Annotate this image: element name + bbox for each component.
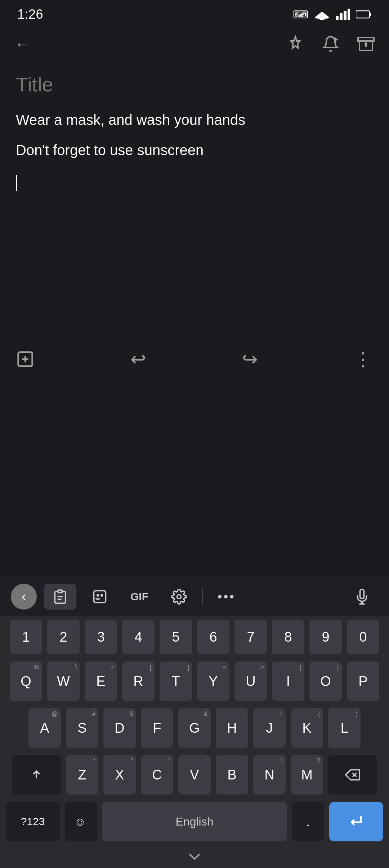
note-line-1: Wear a mask, and wash your hands bbox=[16, 109, 373, 131]
battery-icon bbox=[356, 9, 372, 19]
key-7[interactable]: 7 bbox=[234, 620, 267, 654]
key-a[interactable]: @A bbox=[28, 708, 61, 748]
key-4[interactable]: 4 bbox=[122, 620, 155, 654]
zxcv-row: *Z "X 'C :V B !N ?M bbox=[0, 751, 389, 798]
key-m[interactable]: ?M bbox=[291, 755, 323, 795]
space-key[interactable]: English bbox=[102, 802, 287, 841]
status-bar: 1:26 ⌨ bbox=[0, 0, 389, 26]
svg-point-23 bbox=[101, 595, 103, 596]
qwerty-row: %Q \W =E [R ]T <Y >U {I }O P bbox=[0, 658, 389, 705]
keyboard-toolbar: ‹ GIF ••• bbox=[0, 577, 389, 616]
key-8[interactable]: 8 bbox=[272, 620, 304, 654]
archive-icon[interactable] bbox=[357, 35, 375, 53]
emoji-key[interactable]: ☺, bbox=[65, 802, 97, 841]
shift-key[interactable] bbox=[12, 755, 61, 795]
svg-rect-6 bbox=[344, 11, 346, 20]
key-z[interactable]: *Z bbox=[66, 755, 98, 795]
bottom-row: ?123 ☺, English . bbox=[0, 798, 389, 845]
note-cursor-line bbox=[16, 169, 373, 191]
keyboard-back-button[interactable]: ‹ bbox=[11, 584, 37, 610]
key-u[interactable]: >U bbox=[234, 661, 267, 701]
note-area[interactable]: Title Wear a mask, and wash your hands D… bbox=[0, 62, 389, 207]
keyboard-dismiss-bar[interactable] bbox=[0, 845, 389, 868]
microphone-button[interactable] bbox=[346, 584, 378, 610]
enter-key[interactable] bbox=[329, 802, 383, 841]
svg-rect-9 bbox=[370, 13, 371, 16]
svg-rect-18 bbox=[58, 590, 62, 593]
key-1[interactable]: 1 bbox=[10, 620, 42, 654]
key-k[interactable]: (K bbox=[291, 708, 323, 748]
wifi-icon bbox=[314, 9, 330, 20]
keyboard-more-button[interactable]: ••• bbox=[210, 584, 243, 610]
key-e[interactable]: =E bbox=[85, 661, 117, 701]
key-w[interactable]: \W bbox=[47, 661, 80, 701]
key-x[interactable]: "X bbox=[103, 755, 136, 795]
more-options-button[interactable]: ⋮ bbox=[354, 348, 373, 370]
sticker-button[interactable] bbox=[84, 584, 116, 610]
key-o[interactable]: }O bbox=[309, 661, 342, 701]
key-h[interactable]: -H bbox=[216, 708, 248, 748]
signal-icon bbox=[336, 9, 350, 20]
keyboard-divider bbox=[202, 588, 203, 605]
key-3[interactable]: 3 bbox=[85, 620, 117, 654]
svg-rect-4 bbox=[336, 16, 339, 20]
key-0[interactable]: 0 bbox=[347, 620, 379, 654]
note-body[interactable]: Wear a mask, and wash your hands Don't f… bbox=[16, 109, 373, 191]
status-time: 1:26 bbox=[17, 7, 43, 22]
text-cursor bbox=[16, 175, 17, 191]
key-b[interactable]: B bbox=[216, 755, 248, 795]
key-v[interactable]: :V bbox=[178, 755, 211, 795]
key-d[interactable]: $D bbox=[103, 708, 136, 748]
gif-button[interactable]: GIF bbox=[123, 584, 156, 610]
pin-icon[interactable] bbox=[287, 35, 304, 53]
format-toolbar: ↩ ↪ ⋮ bbox=[0, 339, 389, 379]
toolbar-right bbox=[287, 35, 375, 53]
key-r[interactable]: [R bbox=[122, 661, 155, 701]
svg-rect-10 bbox=[357, 12, 369, 17]
status-icons: ⌨ bbox=[293, 8, 372, 21]
key-j[interactable]: +J bbox=[253, 708, 286, 748]
key-n[interactable]: !N bbox=[253, 755, 286, 795]
redo-button[interactable]: ↪ bbox=[242, 348, 258, 370]
svg-rect-7 bbox=[348, 9, 350, 20]
key-s[interactable]: #S bbox=[66, 708, 98, 748]
symbols-key[interactable]: ?123 bbox=[6, 802, 60, 841]
key-l[interactable]: )L bbox=[328, 708, 361, 748]
keyboard: ‹ GIF ••• bbox=[0, 577, 389, 868]
keyboard-settings-button[interactable] bbox=[163, 584, 195, 610]
clipboard-button[interactable] bbox=[44, 584, 76, 610]
toolbar-left: ← bbox=[14, 34, 31, 54]
svg-point-22 bbox=[97, 595, 99, 596]
backspace-key[interactable] bbox=[328, 755, 377, 795]
key-g[interactable]: &G bbox=[178, 708, 211, 748]
reminder-icon[interactable] bbox=[322, 35, 339, 53]
key-f[interactable]: F bbox=[141, 708, 173, 748]
key-y[interactable]: <Y bbox=[197, 661, 229, 701]
undo-button[interactable]: ↩ bbox=[130, 348, 146, 370]
key-5[interactable]: 5 bbox=[160, 620, 192, 654]
back-button[interactable]: ← bbox=[14, 34, 31, 54]
svg-rect-5 bbox=[340, 13, 343, 20]
note-line-2: Don't forget to use sunscreen bbox=[16, 139, 373, 161]
number-row: 1 2 3 4 5 6 7 8 9 0 bbox=[0, 616, 389, 658]
key-p[interactable]: P bbox=[347, 661, 379, 701]
key-i[interactable]: {I bbox=[272, 661, 304, 701]
keyboard-status-icon: ⌨ bbox=[293, 8, 308, 21]
key-6[interactable]: 6 bbox=[197, 620, 229, 654]
period-key[interactable]: . bbox=[292, 802, 324, 841]
svg-rect-21 bbox=[94, 591, 106, 603]
key-t[interactable]: ]T bbox=[160, 661, 192, 701]
svg-point-24 bbox=[177, 595, 181, 599]
app-toolbar: ← bbox=[0, 26, 389, 62]
asdf-row: @A #S $D F &G -H +J (K )L bbox=[0, 705, 389, 751]
key-q[interactable]: %Q bbox=[10, 661, 42, 701]
svg-rect-13 bbox=[358, 37, 374, 41]
key-9[interactable]: 9 bbox=[309, 620, 342, 654]
add-content-button[interactable] bbox=[16, 350, 35, 369]
note-title-placeholder: Title bbox=[16, 73, 373, 96]
key-c[interactable]: 'C bbox=[141, 755, 173, 795]
key-2[interactable]: 2 bbox=[47, 620, 80, 654]
